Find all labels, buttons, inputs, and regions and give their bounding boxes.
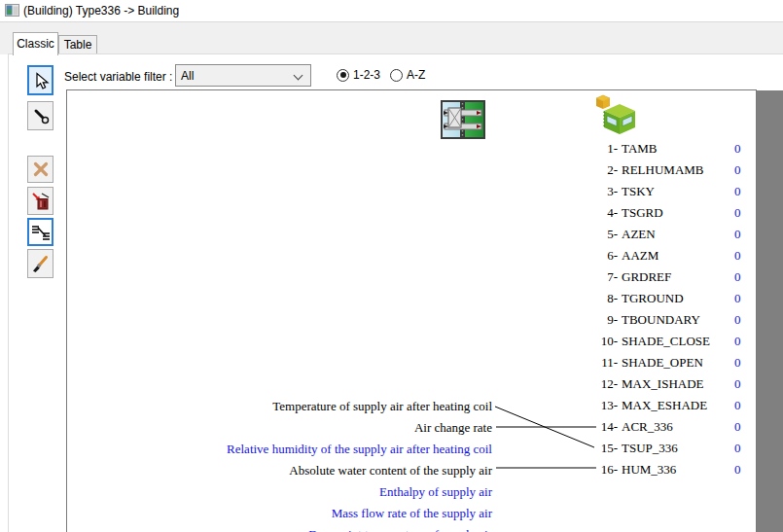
variable-row[interactable]: 7-GRDREF0 — [592, 269, 750, 285]
variable-name: HUM_336 — [622, 462, 676, 477]
output-label[interactable]: Enthalpy of supply air — [67, 484, 492, 500]
radio-sort-az[interactable]: A-Z — [390, 68, 425, 82]
select-tool-button[interactable] — [27, 65, 53, 95]
output-label[interactable]: Temperature of supply air after heating … — [67, 399, 492, 414]
variable-name: AZEN — [622, 227, 656, 241]
variable-row[interactable]: 11-SHADE_OPEN0 — [592, 355, 750, 371]
variable-row[interactable]: 12-MAX_ISHADE0 — [592, 376, 750, 392]
variable-name: AAZM — [622, 248, 658, 263]
variable-value: 0 — [734, 162, 741, 178]
cursor-arrow-icon — [31, 71, 51, 90]
variable-value: 0 — [734, 398, 741, 413]
link-line-icon — [31, 106, 51, 125]
variable-name: TSKY — [622, 184, 655, 198]
window-titlebar: (Building) Type336 -> Building — [0, 0, 783, 21]
variable-number: 5- — [592, 227, 618, 242]
variable-name: TGROUND — [622, 291, 684, 305]
link-tool-button[interactable] — [27, 101, 53, 130]
classic-tab-pane: Select variable filter : All 1-2-3 A-Z — [8, 53, 783, 532]
variable-number: 13- — [592, 398, 618, 413]
variable-name: SHADE_CLOSE — [622, 334, 710, 348]
paint-tool-button[interactable] — [27, 249, 53, 278]
output-label[interactable]: Mass flow rate of the supply air — [67, 506, 492, 521]
variable-number: 4- — [592, 205, 618, 221]
variable-row[interactable]: 8-TGROUND0 — [592, 291, 750, 306]
output-label[interactable]: Dew point temperature of supply air — [67, 527, 492, 532]
output-label[interactable]: Relative humidity of the supply air afte… — [67, 442, 492, 457]
variable-row[interactable]: 14-ACR_3360 — [592, 419, 750, 435]
variable-value: 0 — [734, 227, 741, 242]
variable-value: 0 — [734, 141, 741, 157]
tab-strip: Classic Table — [0, 22, 783, 54]
variable-number: 15- — [592, 441, 618, 456]
variable-row[interactable]: 3-TSKY0 — [592, 184, 750, 199]
variable-row[interactable]: 4-TSGRD0 — [592, 205, 750, 221]
variable-name: RELHUMAMB — [622, 162, 704, 177]
connection-list-icon — [30, 223, 52, 242]
variable-row[interactable]: 5-AZEN0 — [592, 227, 750, 242]
variable-name: GRDREF — [622, 269, 671, 284]
variable-value: 0 — [734, 205, 741, 221]
heat-exchanger-component-icon[interactable] — [441, 100, 485, 139]
variable-row[interactable]: 2-RELHUMAMB0 — [592, 162, 750, 178]
variable-value: 0 — [734, 355, 741, 371]
window-title: (Building) Type336 -> Building — [23, 4, 179, 18]
output-label[interactable]: Absolute water content of the supply air — [67, 463, 492, 479]
variable-value: 0 — [734, 312, 741, 328]
variable-value: 0 — [734, 248, 741, 264]
variable-number: 2- — [592, 162, 618, 178]
radio-icon — [390, 69, 403, 82]
variable-value: 0 — [734, 184, 741, 199]
variable-number: 1- — [592, 141, 618, 157]
delete-tool-button[interactable] — [27, 156, 53, 183]
variable-row[interactable]: 15-TSUP_3360 — [592, 441, 750, 456]
building-component-icon[interactable] — [590, 92, 639, 141]
connection-canvas[interactable]: 1-TAMB0 2-RELHUMAMB0 3-TSKY0 4-TSGRD0 5-… — [66, 89, 757, 532]
variable-number: 12- — [592, 376, 618, 392]
variable-row[interactable]: 6-AAZM0 — [592, 248, 750, 264]
variable-name: TAMB — [622, 141, 658, 156]
dropdown-selected-value: All — [181, 69, 194, 83]
variable-name: ACR_336 — [622, 419, 673, 434]
variable-number: 14- — [592, 419, 618, 435]
unlink-building-tool-button[interactable] — [27, 187, 53, 215]
variable-row[interactable]: 16-HUM_3360 — [592, 462, 750, 478]
radio-123-label: 1-2-3 — [353, 68, 380, 82]
building-unlink-icon — [30, 191, 51, 211]
variable-name: TBOUNDARY — [622, 312, 700, 327]
variable-number: 6- — [592, 248, 618, 264]
radio-sort-123[interactable]: 1-2-3 — [337, 68, 380, 82]
variable-number: 9- — [592, 312, 618, 328]
variable-value: 0 — [734, 419, 741, 435]
variable-value: 0 — [734, 334, 741, 349]
variable-value: 0 — [734, 441, 741, 456]
variable-name: TSGRD — [622, 205, 663, 220]
variable-filter-dropdown[interactable]: All — [175, 64, 311, 87]
canvas-scrollbar[interactable] — [757, 90, 783, 532]
tab-classic[interactable]: Classic — [13, 32, 58, 55]
chevron-down-icon — [294, 71, 303, 81]
variable-value: 0 — [734, 462, 741, 478]
variable-name: TSUP_336 — [622, 441, 678, 455]
variable-number: 16- — [592, 462, 618, 478]
variable-number: 8- — [592, 291, 618, 306]
paintbrush-icon — [30, 254, 51, 274]
output-label[interactable]: Air change rate — [67, 420, 492, 436]
variable-row[interactable]: 10-SHADE_CLOSE0 — [592, 334, 750, 349]
variable-row[interactable]: 9-TBOUNDARY0 — [592, 312, 750, 328]
variable-row[interactable]: 13-MAX_ESHADE0 — [592, 398, 750, 413]
delete-x-icon — [31, 160, 51, 179]
variable-row[interactable]: 1-TAMB0 — [592, 141, 750, 157]
radio-dot — [340, 72, 346, 78]
filter-label: Select variable filter : — [64, 70, 172, 84]
variable-name: MAX_ESHADE — [622, 398, 707, 412]
connection-list-tool-button[interactable] — [27, 218, 53, 246]
tab-table[interactable]: Table — [58, 35, 97, 55]
variable-value: 0 — [734, 269, 741, 285]
variable-number: 7- — [592, 269, 618, 285]
variable-value: 0 — [734, 376, 741, 392]
window-icon — [5, 4, 19, 17]
variable-value: 0 — [734, 291, 741, 306]
variable-number: 3- — [592, 184, 618, 199]
variable-name: SHADE_OPEN — [622, 355, 703, 370]
